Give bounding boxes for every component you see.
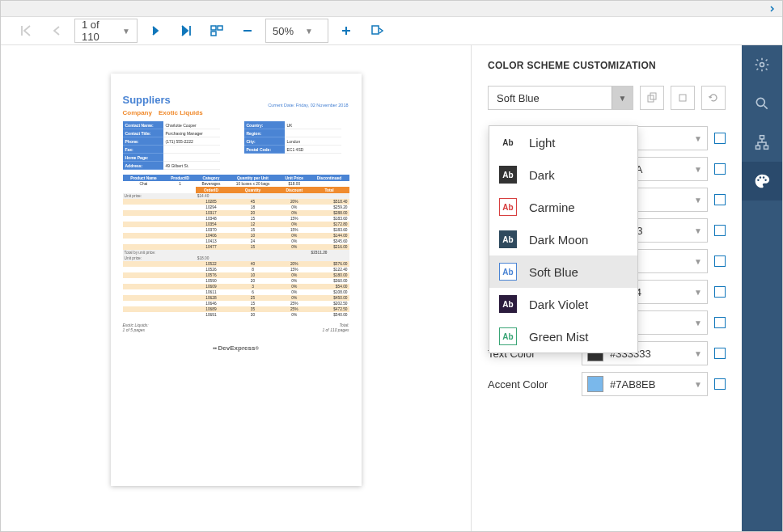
palette-checkbox[interactable] [714, 163, 726, 175]
location-info: Country:UKRegion:City:LondonPostal Code:… [244, 121, 341, 170]
scheme-option[interactable]: AbDark Violet [489, 288, 637, 320]
dropdown-toggle-icon: ▼ [612, 87, 633, 109]
scheme-swatch-icon: Ab [499, 327, 517, 345]
chevron-down-icon: ▼ [694, 349, 702, 358]
multipage-button[interactable] [204, 18, 230, 44]
svg-rect-3 [372, 26, 379, 34]
chevron-down-icon: ▼ [305, 27, 313, 36]
footer-right-pages: 1 of 110 pages [322, 327, 349, 332]
tab-tree[interactable] [742, 123, 782, 162]
scheme-option[interactable]: AbLight [489, 126, 637, 158]
svg-point-8 [756, 98, 764, 106]
duplicate-scheme-button[interactable] [671, 86, 695, 110]
svg-rect-10 [756, 146, 760, 149]
chevron-down-icon: ▼ [694, 134, 702, 143]
document-viewer: Suppliers Current Date: Friday, 02 Novem… [1, 45, 471, 531]
tab-search[interactable] [742, 84, 782, 123]
scheme-swatch-icon: Ab [499, 295, 517, 313]
palette-checkbox[interactable] [714, 317, 726, 328]
chevron-down-icon: ▼ [694, 165, 702, 174]
svg-rect-9 [760, 136, 764, 139]
report-table: Product NameProductIDCategoryQuantity pe… [123, 175, 349, 318]
zoom-out-button[interactable] [235, 18, 260, 44]
highlight-button[interactable] [364, 18, 390, 44]
page-indicator-text: 1 of 110 [82, 19, 111, 43]
scheme-option[interactable]: AbGreen Mist [489, 320, 637, 353]
palette-checkbox[interactable] [714, 225, 726, 236]
svg-rect-2 [211, 32, 216, 36]
scheme-swatch-icon: Ab [499, 263, 517, 281]
svg-rect-0 [211, 26, 216, 30]
report-date: Current Date: Friday, 02 November 2018 [268, 103, 348, 108]
scheme-swatch-icon: Ab [499, 230, 517, 248]
company-label: Company [123, 109, 152, 116]
color-scheme-panel: COLOR SCHEME CUSTOMIZATION Soft Blue ▼ A… [471, 45, 742, 531]
scheme-option[interactable]: AbDark Moon [489, 223, 637, 255]
scheme-option-label: Light [529, 136, 556, 150]
chevron-down-icon: ▼ [122, 27, 130, 36]
scheme-option-label: Carmine [529, 201, 575, 214]
text-color-checkbox[interactable] [714, 348, 726, 359]
first-page-button[interactable] [13, 18, 39, 44]
scheme-option-label: Green Mist [529, 330, 588, 344]
svg-point-7 [760, 63, 764, 67]
tab-settings[interactable] [742, 45, 782, 84]
zoom-in-button[interactable] [333, 18, 359, 44]
palette-checkbox[interactable] [714, 133, 726, 144]
scheme-option-label: Soft Blue [529, 265, 578, 279]
scheme-option-label: Dark Moon [529, 233, 588, 247]
page-indicator-combo[interactable]: 1 of 110 ▼ [74, 19, 138, 43]
collapse-bar[interactable] [1, 1, 782, 17]
palette-checkbox[interactable] [714, 194, 726, 205]
next-page-button[interactable] [142, 18, 168, 44]
scheme-swatch-icon: Ab [499, 133, 517, 151]
scheme-option[interactable]: AbCarmine [489, 191, 637, 223]
svg-rect-11 [764, 146, 768, 149]
reset-scheme-button[interactable] [701, 86, 726, 110]
accent-color-value: #7AB8EB [610, 378, 655, 391]
tab-palette[interactable] [742, 162, 782, 201]
palette-checkbox[interactable] [714, 286, 726, 298]
scheme-option[interactable]: AbSoft Blue [489, 255, 637, 288]
chevron-down-icon: ▼ [694, 257, 702, 266]
scheme-selected-text: Soft Blue [497, 92, 540, 104]
scheme-swatch-icon: Ab [499, 166, 517, 184]
last-page-button[interactable] [173, 18, 199, 44]
palette-checkbox[interactable] [714, 255, 726, 267]
chevron-down-icon: ▼ [694, 196, 702, 205]
accent-color-picker[interactable]: #7AB8EB ▼ [582, 372, 708, 396]
contact-info: Contact Name:Charlotte CooperContact Tit… [123, 121, 220, 170]
svg-rect-6 [679, 95, 686, 101]
toolbar: 1 of 110 ▼ 50% ▼ [1, 17, 782, 45]
prev-page-button[interactable] [44, 18, 70, 44]
vertical-tabs [742, 45, 782, 531]
copy-scheme-button[interactable] [640, 86, 664, 110]
chevron-down-icon: ▼ [694, 380, 702, 389]
scheme-select[interactable]: Soft Blue ▼ AbLightAbDarkAbCarmineAbDark… [488, 86, 633, 110]
report-page: Suppliers Current Date: Friday, 02 Novem… [111, 74, 362, 486]
accent-color-checkbox[interactable] [714, 378, 726, 390]
zoom-text: 50% [273, 25, 294, 37]
svg-rect-1 [218, 26, 222, 30]
accent-color-label: Accent Color [488, 378, 575, 391]
chevron-down-icon: ▼ [694, 288, 702, 297]
brand-logo: ▪▪ DevExpress® [123, 344, 349, 352]
panel-title: COLOR SCHEME CUSTOMIZATION [488, 60, 726, 71]
accent-color-row: Accent Color #7AB8EB ▼ [488, 372, 726, 396]
scheme-option-label: Dark Violet [529, 298, 588, 311]
scheme-option-label: Dark [529, 168, 555, 182]
zoom-combo[interactable]: 50% ▼ [265, 19, 328, 43]
scheme-dropdown: AbLightAbDarkAbCarmineAbDark MoonAbSoft … [489, 125, 638, 353]
company-name: Exotic Liquids [159, 109, 203, 116]
chevron-down-icon: ▼ [694, 319, 702, 327]
footer-left-pages: 1 of 5 pages [123, 327, 149, 332]
accent-color-swatch [587, 376, 603, 392]
scheme-swatch-icon: Ab [499, 198, 517, 216]
scheme-option[interactable]: AbDark [489, 158, 637, 191]
chevron-down-icon: ▼ [694, 226, 702, 235]
